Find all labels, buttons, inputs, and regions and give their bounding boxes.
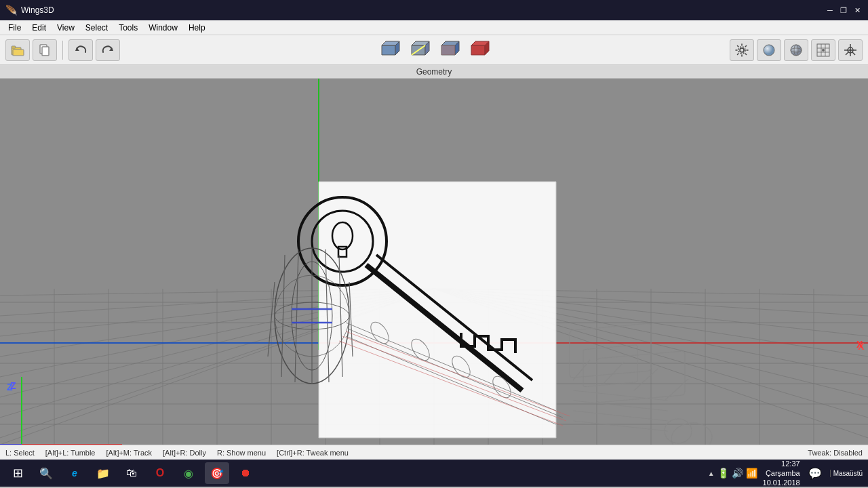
clock-date-val: 10.01.2018 — [763, 479, 800, 487]
new-button[interactable] — [33, 39, 57, 61]
svg-point-36 — [850, 49, 852, 52]
close-button[interactable]: ✕ — [852, 5, 863, 16]
app-taskbar-icon: 🎯 — [210, 467, 224, 480]
record-button[interactable]: ⏺ — [233, 462, 258, 484]
viewport[interactable]: Z X — [0, 79, 868, 445]
svg-text:Z: Z — [10, 380, 16, 391]
restore-button[interactable]: ❐ — [838, 5, 849, 16]
undo-button[interactable] — [68, 39, 93, 61]
dolly-status: [Alt]+R: Dolly — [163, 449, 206, 457]
svg-line-38 — [852, 52, 855, 55]
svg-point-32 — [822, 49, 825, 52]
menu-window[interactable]: Window — [143, 22, 183, 34]
desktop-button[interactable]: Masaüstü — [830, 470, 863, 477]
view-face-button[interactable] — [435, 39, 463, 61]
grid-icon — [816, 43, 831, 58]
toolbar-left — [5, 35, 120, 65]
app-taskbar-button[interactable]: 🎯 — [205, 462, 229, 484]
record-icon: ⏺ — [240, 467, 251, 479]
view-perspective-button[interactable] — [375, 39, 403, 61]
chrome-button[interactable]: ◉ — [176, 462, 201, 484]
toolbar-right — [730, 35, 863, 65]
svg-marker-17 — [441, 45, 455, 55]
files-button[interactable]: 📁 — [91, 462, 115, 484]
cube-render-icon — [466, 40, 492, 60]
grid-button[interactable] — [811, 39, 835, 61]
network-icon[interactable]: 📶 — [746, 468, 757, 479]
menu-view[interactable]: View — [52, 22, 80, 34]
search-button[interactable]: 🔍 — [34, 462, 58, 484]
menu-bar: File Edit View Select Tools Window Help — [0, 20, 868, 35]
menu-edit[interactable]: Edit — [26, 22, 52, 34]
taskbar-left: ⊞ 🔍 e 📁 🛍 O ◉ 🎯 ⏺ — [5, 462, 258, 484]
open-button[interactable] — [5, 39, 30, 61]
notification-icon: 💬 — [808, 468, 822, 479]
menu-file[interactable]: File — [3, 22, 26, 34]
svg-point-23 — [764, 45, 774, 56]
view-render-button[interactable] — [465, 39, 493, 61]
clock-time: 12:37 — [763, 459, 800, 468]
svg-marker-85 — [319, 182, 556, 438]
light-icon — [762, 43, 776, 58]
cube-edge-icon — [406, 40, 432, 60]
volume-icon[interactable]: 🔊 — [732, 468, 743, 479]
viewport-canvas: Z X — [0, 79, 868, 445]
title-bar-left: 🪶 Wings3D — [5, 5, 54, 16]
menu-select[interactable]: Select — [80, 22, 113, 34]
light-button[interactable] — [757, 39, 781, 61]
open-icon — [11, 44, 24, 56]
cube-face-icon — [436, 40, 462, 60]
start-button[interactable]: ⊞ — [5, 462, 30, 484]
show-menu-status: R: Show menu — [217, 449, 266, 457]
redo-button[interactable] — [96, 39, 120, 61]
svg-point-24 — [791, 45, 802, 56]
tray-expand-icon[interactable]: ▲ — [708, 470, 715, 477]
center-toolbar — [375, 35, 493, 65]
taskbar: ⊞ 🔍 e 📁 🛍 O ◉ 🎯 ⏺ — [0, 460, 868, 487]
svg-line-37 — [846, 52, 849, 55]
svg-text:X: X — [856, 339, 863, 350]
opera-button[interactable]: O — [148, 462, 172, 484]
sphere3d-icon — [789, 43, 804, 58]
track-status: [Alt]+M: Track — [106, 449, 153, 457]
new-icon — [38, 44, 52, 56]
clock-date: Çarşamba 10.01.2018 — [763, 468, 800, 487]
svg-marker-18 — [471, 45, 485, 55]
title-bar: 🪶 Wings3D ─ ❐ ✕ — [0, 0, 868, 20]
toolbar-separator-1 — [62, 41, 63, 60]
select-status: L: Select — [5, 449, 35, 457]
app-title: Wings3D — [21, 5, 54, 15]
title-bar-controls: ─ ❐ ✕ — [825, 5, 863, 16]
search-icon: 🔍 — [39, 467, 53, 480]
snap-button[interactable] — [838, 39, 863, 61]
view3d-button[interactable] — [784, 39, 808, 61]
menu-help[interactable]: Help — [183, 22, 211, 34]
menu-tools[interactable]: Tools — [113, 22, 143, 34]
clock-area[interactable]: 12:37 Çarşamba 10.01.2018 — [763, 459, 800, 487]
svg-marker-7 — [382, 45, 395, 55]
notification-button[interactable]: 💬 — [808, 467, 822, 480]
view-edge-button[interactable] — [405, 39, 433, 61]
undo-icon — [74, 44, 87, 56]
minimize-button[interactable]: ─ — [825, 5, 835, 16]
status-left: L: Select [Alt]+L: Tumble [Alt]+M: Track… — [5, 449, 349, 457]
svg-rect-1 — [12, 46, 16, 48]
system-tray: ▲ 🔋 🔊 📶 — [708, 468, 757, 479]
svg-point-21 — [740, 48, 744, 52]
battery-icon: 🔋 — [717, 468, 729, 479]
store-button[interactable]: 🛍 — [119, 462, 144, 484]
edge-icon: e — [72, 468, 77, 479]
tweak-status: Tweak: Disabled — [808, 449, 863, 457]
tweak-menu-status: [Ctrl]+R: Tweak menu — [277, 449, 349, 457]
store-icon: 🛍 — [126, 467, 137, 479]
svg-rect-2 — [13, 49, 24, 56]
gear-icon — [735, 43, 749, 57]
svg-rect-4 — [42, 47, 49, 56]
taskbar-right: ▲ 🔋 🔊 📶 12:37 Çarşamba 10.01.2018 💬 Masa… — [708, 459, 863, 487]
cube-perspective-icon — [376, 40, 402, 60]
app-icon: 🪶 — [5, 5, 17, 16]
redo-icon — [101, 44, 115, 56]
edge-button[interactable]: e — [62, 462, 87, 484]
geometry-label: Geometry — [0, 65, 868, 79]
settings-button[interactable] — [730, 39, 754, 61]
